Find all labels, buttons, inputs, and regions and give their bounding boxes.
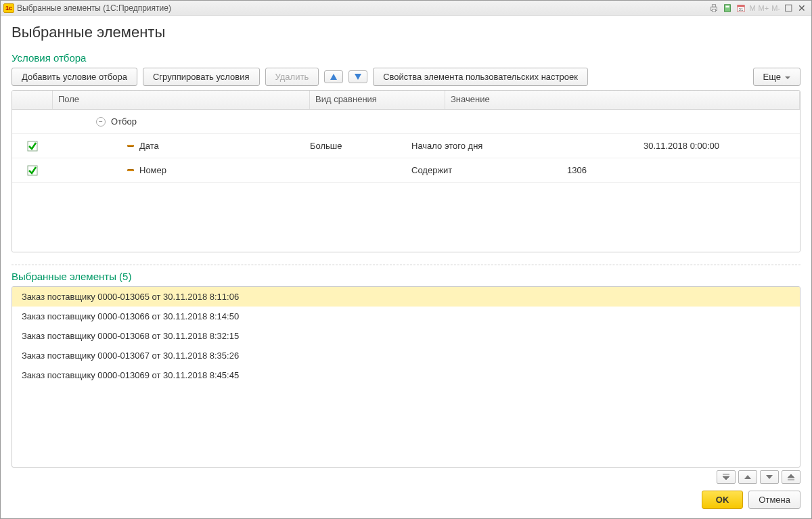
filter-field: Дата: [139, 141, 310, 151]
delete-button[interactable]: Удалить: [265, 68, 319, 86]
titlebar: 1c Выбранные элементы (1С:Предприятие) 3…: [1, 1, 811, 16]
filter-value: 1306: [567, 165, 635, 175]
filter-comp-long: Содержит: [411, 165, 567, 175]
move-down-button[interactable]: [348, 70, 367, 83]
arrow-up-icon: [330, 74, 337, 80]
calc-icon[interactable]: [721, 3, 734, 14]
filter-section-label: Условия отбора: [12, 52, 800, 64]
list-up-button[interactable]: [738, 470, 757, 484]
element-properties-button[interactable]: Свойства элемента пользовательских настр…: [373, 68, 588, 86]
move-up-button[interactable]: [324, 70, 343, 83]
section-divider: [12, 265, 800, 265]
checkbox-icon[interactable]: [27, 165, 38, 176]
maximize-button[interactable]: ☐: [782, 3, 795, 14]
col-comparison[interactable]: Вид сравнения: [310, 91, 445, 109]
filter-toolbar: Добавить условие отбора Сгруппировать ус…: [12, 68, 800, 86]
minus-icon: [127, 169, 134, 171]
page-title: Выбранные элементы: [12, 24, 800, 41]
list-item[interactable]: Заказ поставщику 0000-013069 от 30.11.20…: [12, 365, 800, 385]
calendar-icon[interactable]: 31: [735, 3, 747, 14]
col-value[interactable]: Значение: [445, 91, 800, 109]
list-item[interactable]: Заказ поставщику 0000-013066 от 30.11.20…: [12, 307, 800, 326]
filter-root-row[interactable]: − Отбор: [12, 110, 800, 134]
list-bottom-button[interactable]: [782, 470, 800, 484]
filter-comp-short: Больше: [310, 141, 411, 151]
add-condition-button[interactable]: Добавить условие отбора: [12, 68, 137, 86]
filter-row[interactable]: Номер Содержит 1306: [12, 158, 800, 183]
filter-row[interactable]: Дата Больше Начало этого дня 30.11.2018 …: [12, 134, 800, 158]
collapse-icon[interactable]: −: [96, 117, 106, 127]
print-icon[interactable]: [708, 3, 720, 14]
list-item[interactable]: Заказ поставщику 0000-013067 от 30.11.20…: [12, 346, 800, 365]
close-button[interactable]: ✕: [795, 3, 809, 14]
m-label[interactable]: M: [748, 4, 757, 12]
arrow-down-icon: [355, 74, 361, 80]
grid-body: − Отбор Дата Больше Начало этого дня 30.…: [12, 110, 800, 252]
svg-rect-3: [725, 4, 731, 12]
list-down-button[interactable]: [760, 470, 779, 484]
filter-value: 30.11.2018 0:00:00: [567, 141, 796, 151]
filter-root-label: Отбор: [111, 116, 137, 127]
filter-comp-long: Начало этого дня: [411, 141, 567, 151]
group-conditions-button[interactable]: Сгруппировать условия: [143, 68, 260, 86]
svg-text:31: 31: [739, 7, 744, 12]
svg-rect-4: [726, 5, 729, 7]
m-plus-label[interactable]: M+: [757, 4, 771, 12]
more-button[interactable]: Еще: [753, 68, 800, 86]
window-title: Выбранные элементы (1С:Предприятие): [17, 3, 171, 13]
m-minus-label[interactable]: M-: [770, 4, 782, 12]
app-logo-icon: 1c: [3, 3, 14, 13]
svg-rect-2: [713, 9, 716, 12]
list-item[interactable]: Заказ поставщику 0000-013068 от 30.11.20…: [12, 326, 800, 346]
cancel-button[interactable]: Отмена: [748, 491, 800, 509]
filter-grid: Поле Вид сравнения Значение − Отбор Дат: [12, 90, 800, 252]
list-controls: [12, 470, 800, 484]
minus-icon: [127, 145, 134, 147]
filter-field: Номер: [139, 165, 310, 175]
ok-button[interactable]: OK: [702, 491, 744, 509]
modal-window: 1c Выбранные элементы (1С:Предприятие) 3…: [0, 0, 812, 519]
list-item[interactable]: Заказ поставщику 0000-013065 от 30.11.20…: [12, 287, 800, 307]
checkbox-icon[interactable]: [27, 141, 38, 152]
list-top-button[interactable]: [717, 470, 736, 484]
results-list[interactable]: Заказ поставщику 0000-013065 от 30.11.20…: [12, 286, 800, 468]
grid-header: Поле Вид сравнения Значение: [12, 91, 800, 110]
results-section-label: Выбранные элементы (5): [12, 271, 800, 282]
dialog-footer: OK Отмена: [1, 491, 811, 518]
col-field[interactable]: Поле: [53, 91, 310, 109]
svg-rect-1: [713, 4, 716, 7]
